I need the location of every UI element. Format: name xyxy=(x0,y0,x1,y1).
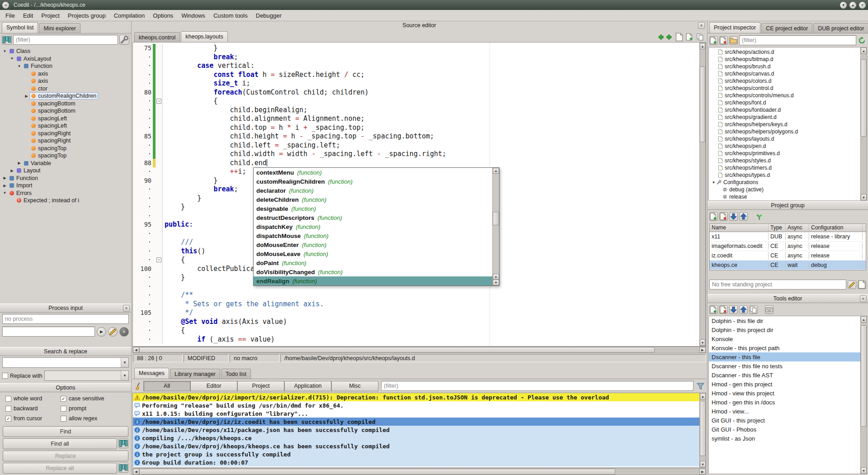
expander-icon[interactable]: ▼ xyxy=(2,191,8,195)
remove-project-icon[interactable] xyxy=(719,212,728,221)
file-item[interactable]: src/kheops/fontloader.d xyxy=(709,106,860,114)
file-item[interactable]: src/kheops/canvas.d xyxy=(709,70,860,77)
log-row[interactable]: Performing "release" build using /usr/bi… xyxy=(133,401,699,409)
completion-scrollbar[interactable]: ▲ ▲ ▼ xyxy=(492,168,499,285)
scrollbar-thumb[interactable] xyxy=(139,347,655,353)
checkbox-allow-regex[interactable]: allow regex xyxy=(61,415,126,422)
symbol-tree-item[interactable]: ▼AxisLayout xyxy=(0,55,131,63)
menu-debugger[interactable]: Debugger xyxy=(252,10,286,21)
code-text[interactable]: */ xyxy=(163,309,699,318)
filter-project[interactable]: Project xyxy=(237,381,284,391)
tool-konsole-this-project-path[interactable]: Konsole - this project path xyxy=(709,343,860,352)
checkbox-case-sensitive[interactable]: ✓case sensitive xyxy=(61,395,126,402)
completion-item[interactable]: contextMenu(function) xyxy=(254,168,492,177)
tool-dolphin-this-file-dir[interactable]: Dolphin - this file dir xyxy=(709,316,860,325)
symbol-tree-item[interactable]: ▶Layout xyxy=(0,167,131,175)
find-all-button[interactable]: Find all xyxy=(3,438,117,449)
tool-git-gui-this-project[interactable]: Git GUI - this project xyxy=(709,416,860,425)
tool-hmod-gen-this-in-docs[interactable]: Hmod - gen this in /docs xyxy=(709,398,860,407)
code-text[interactable]: child.beginRealign; xyxy=(163,106,699,115)
chevron-down-icon[interactable]: ▼ xyxy=(121,358,128,367)
column-configuration[interactable]: Configuration xyxy=(809,224,863,232)
file-item[interactable]: src/kheops/primitives.d xyxy=(709,150,860,157)
scroll-up-icon[interactable]: ▲ xyxy=(861,48,867,54)
code-text[interactable]: case vertical: xyxy=(163,62,699,71)
expander-icon[interactable]: ▼ xyxy=(711,180,717,185)
tab-messages[interactable]: Messages xyxy=(134,368,169,379)
file-item[interactable]: src/kheops/font.d xyxy=(709,99,860,106)
scroll-right-icon[interactable]: ▶ xyxy=(699,469,706,475)
expander-icon[interactable]: ▶ xyxy=(24,94,29,98)
symbol-tree-item[interactable]: ctor xyxy=(0,85,131,93)
editor-vertical-scrollbar[interactable]: ▲ ▼ xyxy=(699,43,706,346)
scroll-up-icon[interactable]: ▲ xyxy=(700,393,706,399)
checkbox-from-cursor[interactable]: ✓from cursor xyxy=(5,415,59,422)
log-row[interactable]: the project group is successfully compil… xyxy=(133,450,699,458)
file-item[interactable]: src/kheops/helpers/keys.d xyxy=(709,121,860,128)
file-item[interactable]: src/kheops/control.d xyxy=(709,85,860,92)
add-document-icon[interactable] xyxy=(685,33,694,41)
file-item[interactable]: src/kheops/layouts.d xyxy=(709,135,860,142)
clear-messages-broom-icon[interactable] xyxy=(134,382,142,390)
symbol-tree-item[interactable]: ▼Function xyxy=(0,62,131,70)
code-text[interactable]: child.width = width - _spacing.left - _s… xyxy=(163,150,699,159)
code-text[interactable]: child.top = h * i + _spacing.top; xyxy=(163,124,699,133)
symbol-tree-item[interactable]: ▼Class xyxy=(0,48,131,55)
scrollbar-thumb[interactable] xyxy=(493,212,499,225)
completion-item[interactable]: doMouseLeave(function) xyxy=(254,249,492,258)
symbol-tree-item[interactable]: ▼Errors xyxy=(0,190,131,197)
add-tool-icon[interactable] xyxy=(709,305,718,314)
expander-icon[interactable]: ▼ xyxy=(2,49,8,53)
expander-icon[interactable]: ▼ xyxy=(16,64,22,68)
symbol-tree-item[interactable]: spacingLeft xyxy=(0,122,131,130)
symbol-tree-item[interactable]: spacingRight xyxy=(0,137,131,145)
search-combo[interactable]: ▼ xyxy=(2,357,129,368)
clone-document-icon[interactable] xyxy=(696,33,704,41)
code-text[interactable]: { xyxy=(163,97,699,106)
symbol-tree-item[interactable]: spacingTop xyxy=(0,152,131,160)
file-item[interactable]: src/kheops/helpers/polygons.d xyxy=(709,128,860,135)
tool-symlist-as-json[interactable]: symlist - as Json xyxy=(709,434,860,443)
edit-pencil-icon[interactable] xyxy=(848,280,856,289)
expander-icon[interactable]: ▶ xyxy=(2,176,8,180)
code-text[interactable]: size_t i; xyxy=(163,79,699,88)
tab-dub-project-editor[interactable]: DUB project editor xyxy=(813,23,868,33)
tool-dscanner-this-file[interactable]: Dscanner - this file xyxy=(709,352,860,361)
symbol-tree-item[interactable]: axis xyxy=(0,77,131,85)
scrollbar-thumb[interactable] xyxy=(139,469,615,475)
messages-filter-input[interactable] xyxy=(381,381,693,391)
tab-project-inspector[interactable]: Project inspector xyxy=(709,22,760,33)
tab-library-manager[interactable]: Library manager xyxy=(170,369,220,379)
scrollbar-thumb[interactable] xyxy=(861,59,867,137)
tab-kheops-layouts[interactable]: kheops.layouts xyxy=(181,31,227,42)
symbol-tree-item[interactable]: ▶customRealignChildren xyxy=(0,92,131,100)
log-row[interactable]: /home/basile/Dev/repos/x11/package.json … xyxy=(133,426,699,434)
find-button[interactable]: Find xyxy=(3,426,128,437)
code-text[interactable]: * Sets or gets the alignment axis. xyxy=(163,300,699,309)
code-text[interactable]: } xyxy=(163,44,699,53)
scroll-up-icon[interactable]: ▲ xyxy=(493,274,499,280)
tool-konsole[interactable]: Konsole xyxy=(709,334,860,343)
replace-all-options-icon[interactable] xyxy=(118,463,128,473)
fold-icon[interactable]: − xyxy=(156,257,161,262)
fold-icon[interactable]: − xyxy=(156,99,161,104)
pencil-icon[interactable] xyxy=(108,327,118,337)
tab-kheops-control[interactable]: kheops.control xyxy=(134,32,180,42)
filter-all[interactable]: All xyxy=(143,381,190,391)
scroll-down-icon[interactable]: ▼ xyxy=(493,280,499,285)
file-item[interactable]: src/kheops/styles.d xyxy=(709,157,860,164)
replace-all-button[interactable]: Replace all xyxy=(3,463,117,474)
tool-shortcut-keyboard-icon[interactable] xyxy=(765,305,774,314)
remove-tool-icon[interactable] xyxy=(719,305,728,314)
symbol-tree-item[interactable]: axis xyxy=(0,70,131,78)
send-input-icon[interactable]: ▶ xyxy=(97,327,106,337)
code-text[interactable]: @Set void axis(Axis value) xyxy=(163,318,699,327)
process-input-close-icon[interactable]: × xyxy=(123,305,130,312)
code-text[interactable]: const float h = sizeRect.height / cc; xyxy=(163,71,699,80)
close-button[interactable]: × xyxy=(859,2,866,9)
move-tool-down-icon[interactable] xyxy=(729,305,738,314)
tab-symbol-list[interactable]: Symbol list xyxy=(2,22,38,33)
tool-hmod-view[interactable]: Hmod - view... xyxy=(709,407,860,416)
menu-windows[interactable]: Windows xyxy=(177,10,209,21)
menu-compilation[interactable]: Compilation xyxy=(110,10,149,21)
